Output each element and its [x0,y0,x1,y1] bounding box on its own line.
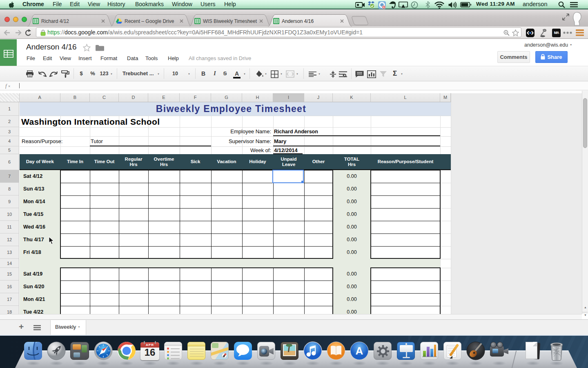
svg-text:Recent – Google Drive: Recent – Google Drive [125,18,174,24]
svg-text:Anderson 4/16: Anderson 4/16 [282,18,314,24]
svg-text:Richard 4/12: Richard 4/12 [41,18,69,24]
svg-text:WIS Biweekly Timesheet: WIS Biweekly Timesheet [203,18,257,24]
svg-text:A: A [356,345,363,357]
